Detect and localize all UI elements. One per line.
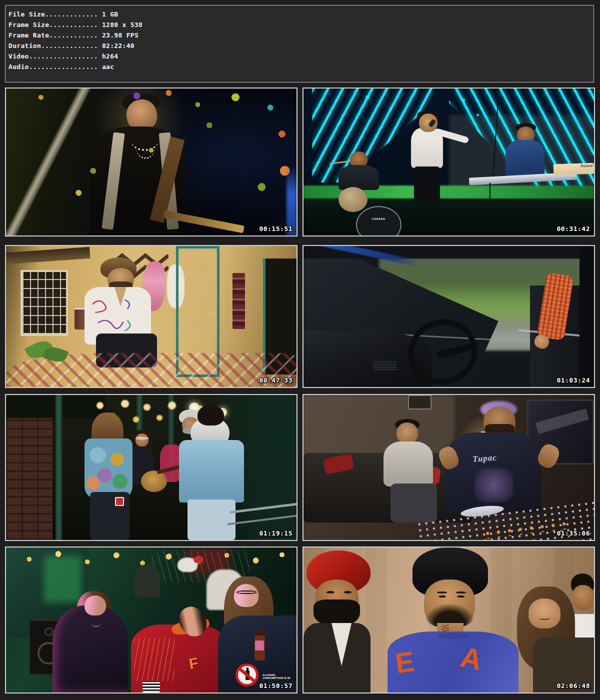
tshirt-graphic — [474, 468, 513, 502]
keyboard-stand — [490, 182, 490, 200]
thumbnail-art-closeup: E A — [304, 548, 594, 692]
speaker-tweeter — [44, 628, 54, 636]
denim-man-jeans — [188, 500, 236, 540]
producer-tshirt: Tupac — [446, 432, 542, 512]
confetti — [6, 88, 296, 236]
thumbnail-art-party: F ALCOHOL CONSUMPTION IS IN — [6, 548, 296, 692]
turban-man-eye — [344, 591, 352, 594]
no-alcohol-icon — [236, 664, 258, 686]
video-thumbnail-7: F ALCOHOL CONSUMPTION IS IN 01:50:57 — [5, 546, 298, 694]
red-waist-tag — [115, 497, 124, 506]
striped-cuff — [142, 681, 160, 692]
beanie-man-eye — [438, 596, 446, 598]
thumbnail-art-studio: Tupac — [304, 395, 594, 540]
paisley-top — [84, 438, 132, 498]
frame-size-line: Frame Size............ 1280 x 538 — [8, 20, 594, 30]
audio-codec-line: Audio................. aac — [8, 62, 594, 72]
drummer-figure — [338, 165, 379, 190]
acoustic-guitar — [141, 470, 167, 492]
turban-man-vest — [304, 623, 370, 692]
video-thumbnail-4: 01:03:24 — [302, 245, 595, 388]
denim-jacket — [179, 440, 244, 502]
gray-sweatshirt — [384, 442, 433, 486]
file-info-panel: File Size............. 1 GB Frame Size..… — [5, 5, 594, 82]
drum-brand-label: YAMAHA — [357, 217, 400, 220]
background-man-face — [572, 585, 594, 610]
timestamp-overlay: 00:47:33 — [259, 376, 292, 384]
thumbnail-art-street — [6, 395, 296, 540]
air-vent — [373, 362, 396, 370]
barred-window — [20, 270, 68, 336]
video-thumbnail-3: 00:47:33 — [5, 245, 298, 388]
hanging-rug — [232, 273, 244, 330]
sweater-letter: A — [458, 640, 486, 677]
timestamp-overlay: 00:15:51 — [259, 225, 292, 232]
bottle-label — [255, 640, 264, 650]
roof-overhang — [6, 247, 90, 264]
timestamp-overlay: 01:03:24 — [556, 376, 590, 384]
video-thumbnail-1: 00:15:51 — [5, 88, 298, 236]
duration-line: Duration.............. 02:22:40 — [8, 40, 594, 51]
glasses-woman-face — [234, 584, 258, 607]
video-codec-line: Video................. h264 — [8, 51, 594, 62]
denim-man-hair — [198, 405, 224, 426]
thumbnail-art-courtyard — [6, 246, 296, 387]
door-frame-edge — [580, 246, 594, 387]
blue-orange-sweater: E A — [388, 632, 518, 692]
turban-man-eye — [326, 591, 334, 594]
red-cap-figure — [194, 556, 204, 564]
timestamp-overlay: 02:06:48 — [556, 682, 590, 690]
roland-keyboard: Roland — [553, 163, 594, 176]
sweatshirt-man-head — [396, 422, 418, 444]
guitarist-face — [136, 434, 149, 446]
timestamp-overlay: 01:50:57 — [259, 682, 292, 690]
alcohol-warning-text: ALCOHOL CONSUMPTION IS IN — [262, 673, 296, 680]
beanie-man-eyebrow — [456, 592, 466, 593]
singer-pants — [414, 166, 440, 202]
video-thumbnail-8: E A 02:06:48 — [302, 546, 595, 694]
floor-tom-drum — [338, 187, 368, 212]
hoodie-woman-face — [84, 596, 106, 616]
video-thumbnail-5: 01:19:15 — [5, 394, 298, 541]
green-pole — [56, 395, 62, 540]
timestamp-overlay: 01:19:15 — [259, 530, 292, 537]
beanie-man-eyebrow — [437, 592, 447, 593]
video-thumbnail-6: Tupac 01:35:06 — [302, 394, 595, 541]
file-size-line: File Size............. 1 GB — [8, 9, 594, 20]
dark-hoodie — [52, 606, 128, 692]
necklace — [92, 618, 100, 627]
keyboard-brand-label: Roland — [580, 164, 592, 168]
dark-crowd-figure — [134, 565, 160, 597]
eyeglasses — [236, 590, 257, 594]
guitarist-glasses — [136, 437, 148, 440]
tshirt-text: Tupac — [472, 452, 498, 464]
white-shirt-v — [332, 623, 352, 666]
thumbnail-art-car — [304, 246, 594, 387]
frame-rate-line: Frame Rate............ 23.98 FPS — [8, 30, 594, 40]
sweater-letter: E — [394, 645, 416, 680]
flame-embroidery — [134, 638, 174, 681]
smiling-woman-face — [528, 598, 560, 629]
sweatshirt-man-legs — [390, 484, 437, 522]
beanie-man-eye — [457, 596, 464, 598]
video-thumbnail-2: YAMAHA Roland 00:31:42 — [302, 88, 595, 236]
timestamp-overlay: 01:35:06 — [556, 530, 590, 537]
wall-picture-frame — [408, 395, 431, 410]
thumbnail-art-concert — [6, 88, 296, 236]
timestamp-overlay: 00:31:42 — [556, 225, 590, 232]
thumbnail-art-stage: YAMAHA Roland — [304, 88, 594, 236]
ribbed-collar — [438, 633, 469, 639]
